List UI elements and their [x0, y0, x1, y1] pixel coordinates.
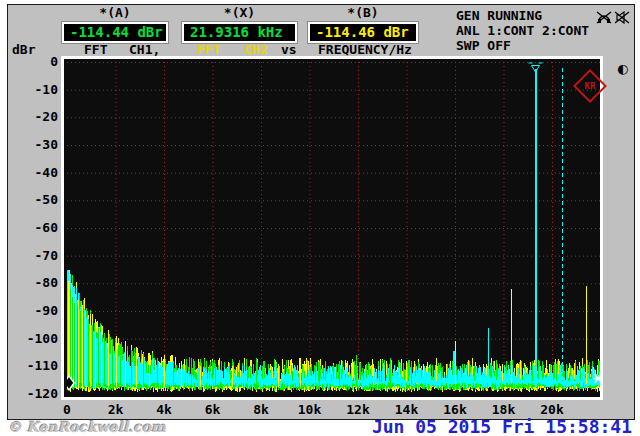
y-tick-label: 0 — [8, 54, 58, 70]
y-tick-label: -110 — [8, 358, 58, 374]
cursor-a-label: *(A) — [62, 5, 168, 20]
audio-analyzer-screen: *(A) *(X) *(B) -114.44 dBr 21.9316 kHz -… — [0, 0, 640, 436]
vs-label: vs — [281, 43, 297, 57]
trace1-channel-label[interactable]: CH1, — [129, 43, 160, 57]
x-tick-label: 14k — [381, 402, 431, 417]
x-tick-label: 12k — [333, 402, 383, 417]
x-tick-label: 6k — [187, 402, 237, 417]
status-analyzer: ANL 1:CONT 2:CONT — [456, 23, 589, 38]
x-tick-label: 16k — [430, 402, 480, 417]
datetime-stamp: Jun 05 2015 Fri 15:58:41 — [350, 416, 632, 436]
y-tick-label: -100 — [8, 331, 58, 347]
cursor-b-label: *(B) — [308, 5, 418, 20]
y-tick-label: -50 — [8, 192, 58, 208]
spectrum-plot-area[interactable] — [67, 62, 600, 394]
x-tick-label: 10k — [284, 402, 334, 417]
cursor-a-readout[interactable]: -114.44 dBr — [62, 22, 168, 43]
y-tick-label: -80 — [8, 275, 58, 291]
half-circle-icon: ◐ — [617, 61, 628, 76]
trace2-type-label[interactable]: FFT — [197, 43, 220, 57]
cursor-x-readout[interactable]: 21.9316 kHz — [182, 22, 297, 43]
x-tick-label: 4k — [139, 402, 189, 417]
status-generator: GEN RUNNING — [456, 8, 542, 23]
y-tick-label: -20 — [8, 109, 58, 125]
status-sweep: SWP OFF — [456, 38, 511, 53]
x-axis-title[interactable]: FREQUENCY/Hz — [318, 43, 412, 57]
muted-speaker-icon[interactable] — [614, 9, 630, 28]
cursor-b-readout[interactable]: -114.46 dBr — [308, 22, 418, 43]
y-tick-label: -60 — [8, 220, 58, 236]
muted-headphones-icon[interactable] — [596, 9, 612, 28]
x-tick-label: 2k — [90, 402, 140, 417]
x-tick-label: 0 — [42, 402, 92, 417]
x-tick-label: 18k — [478, 402, 528, 417]
trace1-type-label[interactable]: FFT — [84, 43, 107, 57]
watermark: © KenRockwell.com — [8, 419, 166, 435]
y-tick-label: -90 — [8, 303, 58, 319]
y-tick-label: -30 — [8, 137, 58, 153]
y-tick-label: -70 — [8, 248, 58, 264]
cursor-x-label: *(X) — [182, 5, 297, 20]
y-tick-label: -120 — [8, 386, 58, 402]
x-tick-label: 20k — [527, 402, 577, 417]
x-tick-label: 8k — [236, 402, 286, 417]
trace2-channel-label[interactable]: CH2 — [244, 43, 267, 57]
y-tick-label: -10 — [8, 82, 58, 98]
y-tick-label: -40 — [8, 165, 58, 181]
